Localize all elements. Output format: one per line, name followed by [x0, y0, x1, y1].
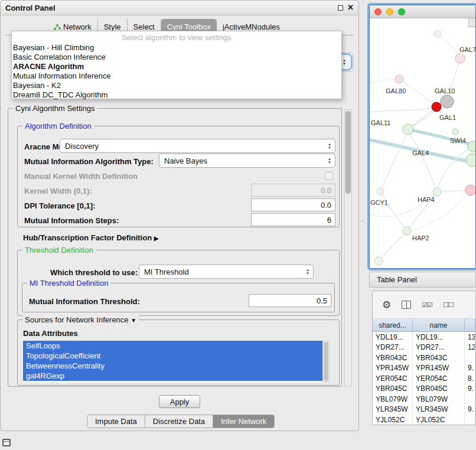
kernel-width-field[interactable]: 0.0	[251, 184, 335, 197]
algorithm-option[interactable]: Bayesian - K2	[12, 81, 341, 90]
tab-impute-data[interactable]: Impute Data	[87, 415, 145, 428]
window-title: Control Panel	[5, 4, 56, 12]
table-panel-header[interactable]: Table Panel	[369, 272, 476, 288]
manual-kernel-checkbox[interactable]	[325, 172, 333, 180]
tab-infer-network[interactable]: Infer Network	[213, 415, 274, 428]
aracne-mode-select[interactable]: Discovery ▲▼	[60, 139, 335, 153]
table-cell: YDR27...	[373, 343, 413, 353]
network-edge[interactable]	[408, 129, 437, 192]
table-row[interactable]: YPR145WYPR145W9.	[373, 363, 475, 374]
network-edge[interactable]	[407, 190, 471, 231]
close-icon[interactable]: ✕	[347, 5, 354, 11]
table-row[interactable]: YER054CYER054C8.	[373, 373, 475, 384]
attributes-scrollbar-thumb[interactable]	[324, 342, 328, 381]
mi-type-select[interactable]: Naive Bayes ▲▼	[159, 154, 335, 168]
mi-steps-field[interactable]: 6	[251, 213, 335, 226]
table-cell: YJL052C	[373, 415, 413, 425]
close-traffic-light-icon[interactable]	[374, 8, 382, 15]
columns-icon[interactable]	[402, 301, 411, 309]
node-label: GCY1	[370, 199, 388, 206]
network-edge[interactable]	[380, 191, 407, 231]
mi-threshold-field[interactable]: 0.5	[249, 294, 331, 307]
network-titlebar[interactable]	[370, 5, 475, 18]
table-cell: YBR043C	[373, 353, 413, 363]
network-canvas[interactable]: GAL7GAL80GAL10GAL11GAL1SWI4GAL4GCY1HAP4H…	[370, 18, 475, 268]
column-header[interactable]: name	[413, 319, 465, 331]
attribute-list-item[interactable]: gal4RGexp	[23, 371, 322, 381]
table-row[interactable]: YBR045CYBR045C9.	[373, 384, 475, 394]
attribute-list-item[interactable]: TopologicalCoefficient	[23, 351, 322, 361]
select-none-icon[interactable]: ☐☐	[443, 301, 454, 309]
node-label: GAL10	[435, 87, 455, 94]
column-header[interactable]	[465, 319, 475, 331]
network-node[interactable]	[452, 129, 458, 135]
minimize-traffic-light-icon[interactable]	[386, 8, 393, 15]
network-node[interactable]	[432, 102, 441, 112]
mi-steps-value: 6	[327, 216, 331, 224]
network-node[interactable]	[466, 154, 475, 167]
network-node[interactable]	[468, 141, 475, 152]
panel-restore-icon[interactable]	[2, 439, 11, 446]
zoom-traffic-light-icon[interactable]	[398, 8, 405, 15]
table-panel-window: ⚙ ☑☑ ☐☐ shared...name YDL19...YDL19...13…	[372, 291, 476, 425]
node-table: shared...name YDL19...YDL19...13YDR27...…	[373, 319, 475, 425]
network-edge[interactable]	[437, 146, 473, 192]
which-threshold-label: Which threshold to use:	[50, 268, 138, 277]
network-node[interactable]	[395, 75, 403, 83]
network-edge[interactable]	[370, 79, 399, 83]
algorithm-option[interactable]: Dream8 DC_TDC Algorithm	[12, 90, 341, 100]
settings-scrollbar-thumb[interactable]	[345, 111, 351, 194]
data-attributes-list[interactable]: SelfLoopsTopologicalCoefficientBetweenne…	[23, 341, 322, 382]
table-cell: 9.	[465, 363, 475, 374]
algorithm-option[interactable]: Mutual Information Inference	[12, 71, 341, 81]
attributes-scrollbar[interactable]	[322, 341, 330, 382]
mi-type-value: Naive Bayes	[164, 156, 207, 165]
table-cell: YPR145W	[373, 363, 413, 374]
attribute-list-item[interactable]: BetweennessCentrality	[23, 361, 322, 371]
network-node[interactable]	[403, 227, 411, 235]
dpi-tolerance-field[interactable]: 0.0	[251, 198, 335, 211]
algorithm-option[interactable]: Bayesian - Hill Climbing	[12, 43, 341, 53]
network-edge[interactable]	[380, 129, 408, 191]
attribute-list-item[interactable]: SelfLoops	[23, 341, 322, 351]
sources-toggle[interactable]: Sources for Network Inference ▼	[22, 315, 139, 325]
sources-title: Sources for Network Inference	[25, 315, 129, 324]
table-row[interactable]: YLR345WYLR345W9.	[373, 405, 475, 415]
network-node[interactable]	[377, 188, 384, 195]
table-cell	[465, 353, 475, 363]
float-window-icon[interactable]	[338, 5, 343, 11]
table-row[interactable]: YJL052CYJL052C	[373, 415, 475, 425]
table-cell: YLR345W	[373, 405, 413, 415]
network-node[interactable]	[403, 124, 413, 135]
network-node[interactable]	[434, 30, 441, 37]
network-node[interactable]	[441, 95, 454, 108]
algorithm-option[interactable]: Basic Correlation Inference	[12, 53, 341, 62]
apply-button[interactable]: Apply	[159, 395, 200, 408]
tab-discretize-data[interactable]: Discretize Data	[145, 415, 213, 428]
table-cell: 9.	[465, 405, 475, 415]
which-threshold-value: MI Threshold	[144, 268, 189, 276]
algorithm-option[interactable]: ARACNE Algorithm	[12, 62, 341, 71]
network-node[interactable]	[374, 257, 383, 265]
data-attributes-label: Data Attributes	[23, 329, 78, 338]
table-row[interactable]: YDL19...YDL19...13	[373, 332, 475, 343]
network-node[interactable]	[465, 185, 475, 195]
table-row[interactable]: YBR043CYBR043C	[373, 353, 475, 363]
network-node[interactable]	[455, 54, 465, 63]
select-all-icon[interactable]: ☑☑	[422, 301, 432, 309]
which-threshold-select[interactable]: MI Threshold ▲▼	[139, 265, 314, 279]
network-node[interactable]	[433, 188, 441, 196]
hub-definition-toggle[interactable]: Hub/Transcription Factor Definition ▶	[23, 233, 158, 242]
table-toolbar: ⚙ ☑☑ ☐☐	[373, 291, 475, 319]
algorithm-definition-title: Algorithm Definition	[22, 122, 94, 131]
control-panel-titlebar[interactable]: Control Panel ✕	[1, 1, 358, 15]
mi-steps-label: Mutual Information Steps:	[24, 216, 119, 225]
table-row[interactable]: YDR27...YDR27...12	[373, 343, 475, 353]
column-header[interactable]: shared...	[373, 319, 413, 331]
gear-icon[interactable]: ⚙	[382, 299, 391, 311]
splitter-handle-icon[interactable]: ◂	[361, 218, 365, 224]
network-edge[interactable]	[379, 231, 407, 261]
network-icon	[54, 24, 61, 31]
table-row[interactable]: YBL079WYBL079W	[373, 394, 475, 405]
settings-scrollbar[interactable]	[344, 109, 352, 387]
